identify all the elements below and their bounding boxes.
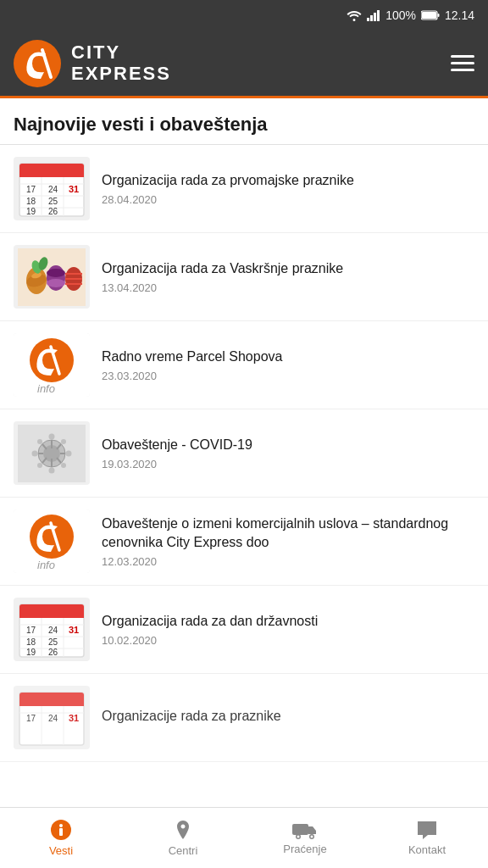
info-nav-icon [50,819,72,841]
news-date: 13.04.2020 [102,281,474,294]
svg-rect-1 [370,15,373,21]
brand-logo [14,40,61,87]
svg-text:26: 26 [48,207,58,216]
location-nav-icon [172,819,194,841]
logo-text: CITY EXPRESS [71,42,171,83]
news-item[interactable]: 17 24 31 18 25 19 26 Organizacija rada z… [0,145,488,233]
news-thumb-easter [14,245,90,309]
news-item[interactable]: info Obaveštenje o izmeni komercijalnih … [0,498,488,586]
svg-point-48 [37,439,42,444]
news-date: 23.03.2020 [102,370,474,382]
nav-item-vesti[interactable]: Vesti [0,808,122,868]
svg-rect-81 [19,703,84,706]
logo-city-text: CITY [71,42,171,63]
news-thumb-calendar-2: 17 24 31 18 25 19 26 [14,598,90,661]
news-item[interactable]: 17 24 31 18 25 19 26 Organizacija rada z… [0,586,488,674]
svg-rect-2 [374,13,376,21]
hamburger-line-1 [451,55,474,58]
news-date: 10.02.2020 [102,634,474,647]
svg-rect-6 [437,14,439,17]
nav-label-centri: Centri [169,844,198,857]
nav-item-pracenje[interactable]: Praćenje [244,808,366,868]
hamburger-menu[interactable] [451,55,474,71]
news-title: Organizacija rada za dan državnosti [102,612,474,631]
svg-rect-90 [59,828,63,836]
info-logo-icon-2: info [14,509,90,573]
svg-point-94 [297,836,300,838]
covid-icon [18,425,86,482]
svg-point-30 [47,279,65,287]
info-logo-icon: info [14,333,90,397]
svg-text:info: info [37,559,55,571]
nav-item-centri[interactable]: Centri [122,808,244,868]
signal-icon [367,9,380,21]
news-thumb-calendar: 17 24 31 18 25 19 26 [14,157,90,220]
nav-label-vesti: Vesti [49,844,73,857]
news-title: Obaveštenje - COVID-19 [102,436,474,454]
news-content: Organizacija rada za Vaskršnje praznike … [102,259,474,294]
news-item[interactable]: 17 24 31 Organizacije rada za praznike [0,674,488,762]
svg-text:18: 18 [26,637,36,647]
svg-rect-66 [19,615,84,618]
svg-rect-11 [19,174,84,177]
svg-point-45 [49,467,55,473]
page-title-area: Najnovije vesti i obaveštenja [0,98,488,145]
svg-text:17: 17 [26,626,36,635]
svg-point-47 [66,450,72,456]
news-date: 19.03.2020 [102,458,474,470]
svg-point-95 [311,836,313,838]
svg-text:31: 31 [69,625,79,635]
calendar-icon-2: 17 24 31 18 25 19 26 [18,601,86,659]
nav-label-pracenje: Praćenje [283,843,326,855]
app-header: CITY EXPRESS [0,31,488,98]
svg-text:26: 26 [48,648,58,657]
status-bar: 100% 12.14 [0,0,488,31]
news-thumb-covid [14,421,90,485]
svg-point-49 [61,439,66,444]
easter-icon [18,248,86,306]
svg-text:19: 19 [26,207,36,216]
svg-text:31: 31 [69,184,79,194]
news-item[interactable]: Obaveštenje - COVID-19 19.03.2020 [0,409,488,498]
news-list: 17 24 31 18 25 19 26 Organizacija rada z… [0,145,488,807]
hamburger-line-3 [451,69,474,71]
news-content: Radno vreme Parcel Shopova 23.03.2020 [102,348,474,382]
svg-point-51 [61,463,66,468]
calendar-icon-3: 17 24 31 [18,689,86,747]
svg-text:info: info [37,382,55,395]
news-content: Organizacija rada za prvomajske praznike… [102,171,474,206]
svg-text:17: 17 [26,714,36,723]
news-content: Organizacije rada za praznike [102,707,474,729]
logo-area: CITY EXPRESS [14,40,171,87]
news-item[interactable]: Organizacija rada za Vaskršnje praznike … [0,233,488,321]
news-content: Organizacija rada za dan državnosti 10.0… [102,612,474,647]
svg-point-46 [32,450,38,456]
svg-rect-3 [377,10,380,21]
svg-text:31: 31 [69,713,79,723]
wifi-icon [347,9,362,21]
news-item[interactable]: info Radno vreme Parcel Shopova 23.03.20… [0,321,488,409]
news-title: Obaveštenje o izmeni komercijalnih uslov… [102,515,474,551]
svg-text:18: 18 [26,197,36,206]
page-title: Najnovije vesti i obaveštenja [14,114,474,136]
news-thumb-info-1: info [14,333,90,397]
news-title: Radno vreme Parcel Shopova [102,348,474,366]
news-thumb-info-2: info [14,509,90,573]
time-text: 12.14 [445,8,474,22]
svg-point-89 [59,824,63,827]
svg-text:17: 17 [26,185,36,194]
svg-rect-5 [422,12,436,19]
news-thumb-calendar-3: 17 24 31 [14,686,90,749]
hamburger-line-2 [451,62,474,64]
news-content: Obaveštenje o izmeni komercijalnih uslov… [102,515,474,567]
nav-item-kontakt[interactable]: Kontakt [366,808,488,868]
svg-text:25: 25 [48,197,58,206]
svg-rect-91 [292,824,308,835]
status-icons: 100% 12.14 [347,8,474,22]
news-title: Organizacija rada za prvomajske praznike [102,171,474,190]
svg-text:24: 24 [48,626,58,635]
svg-text:24: 24 [48,714,58,723]
svg-text:24: 24 [48,185,58,194]
svg-text:19: 19 [26,648,36,657]
svg-point-29 [47,269,65,277]
